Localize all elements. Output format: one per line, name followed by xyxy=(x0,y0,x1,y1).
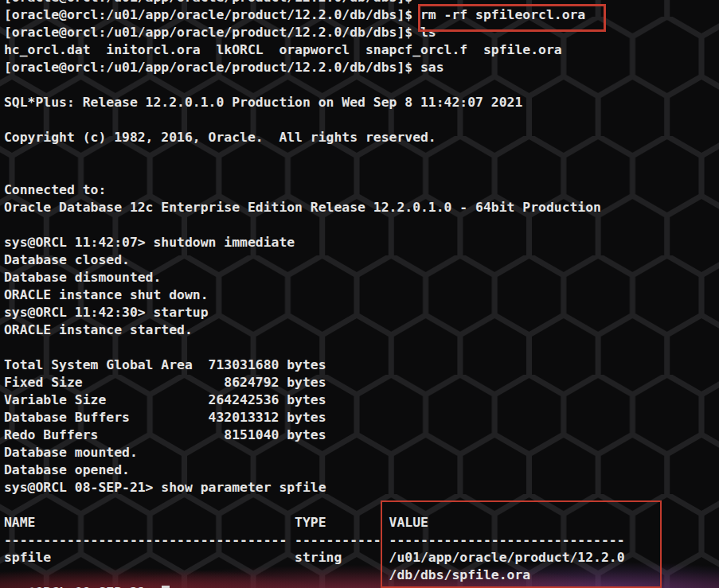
terminal-line xyxy=(4,164,625,181)
terminal-line xyxy=(4,339,625,356)
terminal-line: Copyright (c) 1982, 2016, Oracle. All ri… xyxy=(4,129,625,146)
terminal-line xyxy=(4,111,625,129)
terminal-line xyxy=(4,76,625,94)
terminal-line: Database closed. xyxy=(4,251,625,269)
terminal-line: Connected to: xyxy=(4,181,625,199)
terminal-line: Redo Buffers 8151040 bytes xyxy=(4,426,625,444)
terminal-line xyxy=(4,146,625,164)
terminal-line: Variable Size 264242536 bytes xyxy=(4,391,625,409)
terminal-line xyxy=(4,216,625,234)
terminal-line: Database dismounted. xyxy=(4,269,625,286)
terminal-line: hc_orcl.dat initorcl.ora lkORCL orapworc… xyxy=(4,41,625,59)
terminal-line: Fixed Size 8624792 bytes xyxy=(4,374,625,391)
terminal-line: sys@ORCL 11:42:07> shutdown immediate xyxy=(4,234,625,251)
terminal-screen: [oracle@orcl:/u01/app/oracle/product/12.… xyxy=(0,0,719,588)
terminal-line: ORACLE instance started. xyxy=(4,321,625,339)
terminal-line: Oracle Database 12c Enterprise Edition R… xyxy=(4,199,625,216)
terminal-line: sys@ORCL 08-SEP-21> show parameter spfil… xyxy=(4,479,625,496)
terminal-line: Database Buffers 432013312 bytes xyxy=(4,409,625,426)
terminal-line: sys@ORCL 11:42:30> startup xyxy=(4,304,625,321)
highlight-box-rm-command xyxy=(418,4,606,32)
terminal-line: [oracle@orcl:/u01/app/oracle/product/12.… xyxy=(4,59,625,76)
terminal-line: Database opened. xyxy=(4,461,625,479)
highlight-box-spfile-value xyxy=(381,500,662,588)
terminal-line: Database mounted. xyxy=(4,444,625,461)
terminal-line: SQL*Plus: Release 12.2.0.1.0 Production … xyxy=(4,94,625,111)
terminal-line: ORACLE instance shut down. xyxy=(4,286,625,304)
terminal-line: Total System Global Area 713031680 bytes xyxy=(4,356,625,374)
